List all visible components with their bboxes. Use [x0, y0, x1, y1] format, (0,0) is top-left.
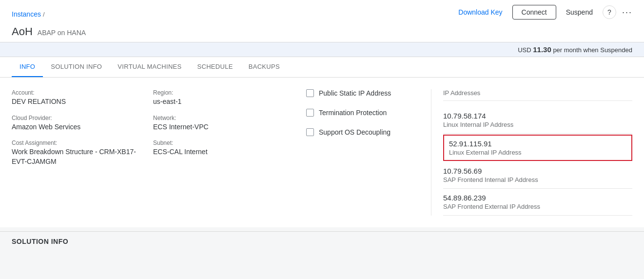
cloud-label: Cloud Provider: — [12, 115, 141, 121]
checkbox-public-static-ip-label: Public Static IP Address — [319, 89, 391, 97]
ip-linux-external-address: 52.91.115.91 — [449, 140, 626, 148]
ip-entry-sap-external: 54.89.86.239 SAP Frontend External IP Ad… — [443, 189, 632, 216]
breadcrumb-separator: / — [43, 11, 45, 18]
tab-info[interactable]: INFO — [12, 57, 43, 77]
help-icon: ? — [607, 8, 611, 16]
download-key-button[interactable]: Download Key — [454, 6, 506, 18]
main-content: Account: DEV RELATIONS Cloud Provider: A… — [0, 78, 644, 227]
ip-addresses-header: IP Addresses — [443, 89, 632, 101]
ip-sap-external-address: 54.89.86.239 — [443, 194, 632, 202]
subnet-value: ECS-CAL Internet — [153, 147, 283, 157]
connect-button[interactable]: Connect — [512, 5, 556, 20]
region-label: Region: — [153, 89, 283, 96]
breadcrumb-instances-link[interactable]: Instances — [12, 10, 41, 18]
price-amount: 11.30 — [533, 45, 551, 54]
ip-linux-external-label: Linux External IP Address — [449, 149, 626, 156]
page-title-row: AoH ABAP on HANA — [12, 25, 632, 42]
cost-value: Work Breakdown Structure - CRM-XB17-EVT-… — [12, 147, 141, 166]
account-column: Account: DEV RELATIONS Cloud Provider: A… — [12, 89, 153, 216]
checkbox-termination-protection[interactable]: Termination Protection — [306, 109, 419, 117]
section-divider: SOLUTION INFO — [0, 231, 644, 251]
tabs-row: INFO SOLUTION INFO VIRTUAL MACHINES SCHE… — [0, 57, 644, 78]
ip-linux-internal-label: Linux Internal IP Address — [443, 121, 632, 128]
network-value: ECS Internet-VPC — [153, 122, 283, 132]
region-value: us-east-1 — [153, 97, 283, 107]
account-label: Account: — [12, 89, 141, 96]
cost-label: Cost Assignment: — [12, 140, 141, 146]
tab-virtual-machines[interactable]: VIRTUAL MACHINES — [110, 57, 189, 77]
ip-sap-external-label: SAP Frontend External IP Address — [443, 203, 632, 210]
checkbox-termination-protection-label: Termination Protection — [319, 109, 387, 117]
tab-backups[interactable]: BACKUPS — [241, 57, 288, 77]
breadcrumb: Instances / — [12, 10, 45, 18]
price-banner: USD 11.30 per month when Suspended — [0, 42, 644, 57]
price-suffix: per month when Suspended — [551, 46, 632, 54]
checkbox-public-static-ip-box[interactable] — [306, 89, 314, 97]
ip-entry-linux-external: 52.91.115.91 Linux External IP Address — [443, 135, 632, 161]
tab-solution-info[interactable]: SOLUTION INFO — [43, 57, 110, 77]
ip-entry-linux-internal: 10.79.58.174 Linux Internal IP Address — [443, 107, 632, 134]
help-button[interactable]: ? — [603, 5, 616, 19]
page-subtitle: ABAP on HANA — [38, 29, 86, 37]
more-actions-button[interactable]: ··· — [622, 7, 632, 18]
tab-schedule[interactable]: SCHEDULE — [190, 57, 241, 77]
ip-linux-internal-address: 10.79.58.174 — [443, 112, 632, 120]
network-label: Network: — [153, 115, 283, 121]
ip-sap-internal-label: SAP Frontend Internal IP Address — [443, 176, 632, 183]
section-divider-title: SOLUTION INFO — [12, 238, 68, 245]
page-title: AoH — [12, 25, 33, 38]
header-actions: Download Key Connect Suspend ? ··· — [454, 5, 632, 23]
ip-sap-internal-address: 10.79.56.69 — [443, 167, 632, 175]
price-prefix: USD — [518, 46, 533, 54]
checkbox-termination-protection-box[interactable] — [306, 109, 314, 117]
region-column: Region: us-east-1 Network: ECS Internet-… — [153, 89, 294, 216]
checkbox-support-os-decoupling[interactable]: Support OS Decoupling — [306, 128, 419, 136]
subnet-label: Subnet: — [153, 140, 283, 146]
account-value: DEV RELATIONS — [12, 97, 141, 107]
header: Instances / Download Key Connect Suspend… — [0, 0, 644, 42]
checkboxes-column: Public Static IP Address Termination Pro… — [294, 89, 431, 216]
checkbox-support-os-decoupling-box[interactable] — [306, 128, 314, 136]
checkbox-support-os-decoupling-label: Support OS Decoupling — [319, 128, 390, 136]
ip-addresses-column: IP Addresses 10.79.58.174 Linux Internal… — [431, 89, 632, 216]
checkbox-public-static-ip[interactable]: Public Static IP Address — [306, 89, 419, 97]
suspend-button[interactable]: Suspend — [562, 6, 597, 18]
ip-entry-sap-internal: 10.79.56.69 SAP Frontend Internal IP Add… — [443, 162, 632, 189]
cloud-value: Amazon Web Services — [12, 122, 141, 132]
